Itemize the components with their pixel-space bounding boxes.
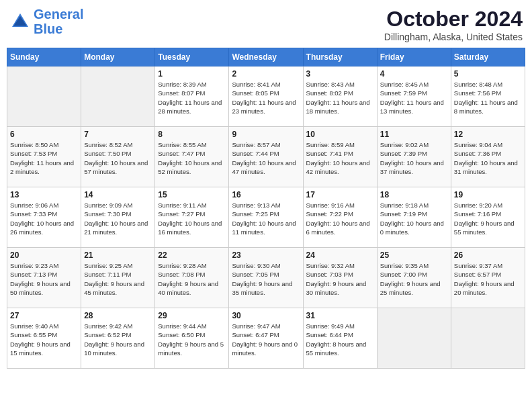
weekday-header-cell: Tuesday (155, 48, 229, 66)
day-number: 27 (10, 311, 78, 320)
day-info: Sunrise: 9:04 AMSunset: 7:36 PMDaylight:… (454, 140, 522, 176)
calendar-cell: 16Sunrise: 9:13 AMSunset: 7:25 PMDayligh… (229, 187, 303, 248)
calendar-cell: 3Sunrise: 8:43 AMSunset: 8:02 PMDaylight… (303, 66, 377, 127)
weekday-header-cell: Wednesday (229, 48, 303, 66)
day-number: 2 (232, 69, 300, 79)
day-info: Sunrise: 8:52 AMSunset: 7:50 PMDaylight:… (84, 140, 152, 176)
calendar-cell: 4Sunrise: 8:45 AMSunset: 7:59 PMDaylight… (377, 66, 451, 127)
day-info: Sunrise: 8:59 AMSunset: 7:41 PMDaylight:… (306, 140, 374, 176)
day-info: Sunrise: 9:30 AMSunset: 7:05 PMDaylight:… (232, 261, 300, 297)
page-header: General Blue October 2024 Dillingham, Al… (7, 7, 525, 42)
calendar-cell: 26Sunrise: 9:37 AMSunset: 6:57 PMDayligh… (451, 248, 525, 308)
calendar-cell: 31Sunrise: 9:49 AMSunset: 6:44 PMDayligh… (303, 308, 377, 369)
day-info: Sunrise: 9:13 AMSunset: 7:25 PMDaylight:… (232, 201, 300, 236)
calendar-cell: 12Sunrise: 9:04 AMSunset: 7:36 PMDayligh… (451, 127, 525, 187)
calendar-cell: 11Sunrise: 9:02 AMSunset: 7:39 PMDayligh… (377, 127, 451, 187)
day-number: 12 (454, 130, 522, 139)
month-title: October 2024 (384, 7, 523, 32)
day-number: 21 (84, 250, 152, 260)
calendar-cell: 6Sunrise: 8:50 AMSunset: 7:53 PMDaylight… (7, 127, 81, 187)
calendar-cell: 14Sunrise: 9:09 AMSunset: 7:30 PMDayligh… (81, 187, 155, 248)
calendar-cell: 17Sunrise: 9:16 AMSunset: 7:22 PMDayligh… (303, 187, 377, 248)
calendar-table: SundayMondayTuesdayWednesdayThursdayFrid… (7, 48, 525, 369)
day-number: 13 (10, 190, 78, 199)
day-number: 18 (380, 190, 448, 199)
day-number: 3 (306, 69, 374, 79)
calendar-cell (377, 308, 451, 369)
calendar-cell (451, 308, 525, 369)
day-info: Sunrise: 9:18 AMSunset: 7:19 PMDaylight:… (380, 201, 448, 236)
day-number: 22 (158, 250, 226, 260)
day-number: 5 (454, 69, 522, 79)
day-info: Sunrise: 9:32 AMSunset: 7:03 PMDaylight:… (306, 261, 374, 297)
logo-text: General Blue (34, 7, 83, 36)
weekday-header-cell: Monday (81, 48, 155, 66)
day-number: 4 (380, 69, 448, 79)
calendar-cell: 29Sunrise: 9:44 AMSunset: 6:50 PMDayligh… (155, 308, 229, 369)
day-number: 30 (232, 311, 300, 320)
day-info: Sunrise: 8:55 AMSunset: 7:47 PMDaylight:… (158, 140, 226, 176)
day-number: 1 (158, 69, 226, 79)
calendar-cell (81, 66, 155, 127)
day-info: Sunrise: 9:28 AMSunset: 7:08 PMDaylight:… (158, 261, 226, 297)
day-info: Sunrise: 8:48 AMSunset: 7:56 PMDaylight:… (454, 80, 522, 116)
calendar-body: 1Sunrise: 8:39 AMSunset: 8:07 PMDaylight… (7, 66, 525, 369)
day-number: 7 (84, 130, 152, 139)
weekday-header-cell: Saturday (451, 48, 525, 66)
day-number: 24 (306, 250, 374, 260)
day-number: 11 (380, 130, 448, 139)
calendar-cell: 7Sunrise: 8:52 AMSunset: 7:50 PMDaylight… (81, 127, 155, 187)
day-number: 25 (380, 250, 448, 260)
day-info: Sunrise: 9:44 AMSunset: 6:50 PMDaylight:… (158, 322, 226, 357)
calendar-cell (7, 66, 81, 127)
day-number: 9 (232, 130, 300, 139)
calendar-cell: 18Sunrise: 9:18 AMSunset: 7:19 PMDayligh… (377, 187, 451, 248)
day-number: 29 (158, 311, 226, 320)
day-info: Sunrise: 9:09 AMSunset: 7:30 PMDaylight:… (84, 201, 152, 236)
day-number: 28 (84, 311, 152, 320)
day-number: 17 (306, 190, 374, 199)
logo: General Blue (9, 7, 83, 36)
calendar-cell: 15Sunrise: 9:11 AMSunset: 7:27 PMDayligh… (155, 187, 229, 248)
location: Dillingham, Alaska, United States (384, 32, 523, 42)
day-info: Sunrise: 9:25 AMSunset: 7:11 PMDaylight:… (84, 261, 152, 297)
day-number: 14 (84, 190, 152, 199)
calendar-week-row: 6Sunrise: 8:50 AMSunset: 7:53 PMDaylight… (7, 127, 525, 187)
calendar-cell: 27Sunrise: 9:40 AMSunset: 6:55 PMDayligh… (7, 308, 81, 369)
day-number: 16 (232, 190, 300, 199)
day-info: Sunrise: 9:02 AMSunset: 7:39 PMDaylight:… (380, 140, 448, 176)
day-info: Sunrise: 9:35 AMSunset: 7:00 PMDaylight:… (380, 261, 448, 297)
day-info: Sunrise: 8:57 AMSunset: 7:44 PMDaylight:… (232, 140, 300, 176)
day-info: Sunrise: 9:40 AMSunset: 6:55 PMDaylight:… (10, 322, 78, 357)
day-info: Sunrise: 9:20 AMSunset: 7:16 PMDaylight:… (454, 201, 522, 236)
day-number: 26 (454, 250, 522, 260)
day-info: Sunrise: 9:37 AMSunset: 6:57 PMDaylight:… (454, 261, 522, 297)
day-info: Sunrise: 9:23 AMSunset: 7:13 PMDaylight:… (10, 261, 78, 297)
calendar-cell: 9Sunrise: 8:57 AMSunset: 7:44 PMDaylight… (229, 127, 303, 187)
day-number: 31 (306, 311, 374, 320)
day-number: 19 (454, 190, 522, 199)
calendar-week-row: 20Sunrise: 9:23 AMSunset: 7:13 PMDayligh… (7, 248, 525, 308)
calendar-cell: 23Sunrise: 9:30 AMSunset: 7:05 PMDayligh… (229, 248, 303, 308)
calendar-cell: 13Sunrise: 9:06 AMSunset: 7:33 PMDayligh… (7, 187, 81, 248)
weekday-header-cell: Thursday (303, 48, 377, 66)
day-info: Sunrise: 9:49 AMSunset: 6:44 PMDaylight:… (306, 322, 374, 357)
day-info: Sunrise: 8:45 AMSunset: 7:59 PMDaylight:… (380, 80, 448, 116)
calendar-cell: 8Sunrise: 8:55 AMSunset: 7:47 PMDaylight… (155, 127, 229, 187)
calendar-cell: 20Sunrise: 9:23 AMSunset: 7:13 PMDayligh… (7, 248, 81, 308)
calendar-cell: 19Sunrise: 9:20 AMSunset: 7:16 PMDayligh… (451, 187, 525, 248)
day-info: Sunrise: 9:42 AMSunset: 6:52 PMDaylight:… (84, 322, 152, 357)
calendar-cell: 30Sunrise: 9:47 AMSunset: 6:47 PMDayligh… (229, 308, 303, 369)
calendar-week-row: 27Sunrise: 9:40 AMSunset: 6:55 PMDayligh… (7, 308, 525, 369)
day-number: 10 (306, 130, 374, 139)
calendar-week-row: 13Sunrise: 9:06 AMSunset: 7:33 PMDayligh… (7, 187, 525, 248)
day-info: Sunrise: 9:11 AMSunset: 7:27 PMDaylight:… (158, 201, 226, 236)
title-area: October 2024 Dillingham, Alaska, United … (384, 7, 523, 42)
day-info: Sunrise: 8:39 AMSunset: 8:07 PMDaylight:… (158, 80, 226, 116)
calendar-cell: 5Sunrise: 8:48 AMSunset: 7:56 PMDaylight… (451, 66, 525, 127)
calendar-cell: 28Sunrise: 9:42 AMSunset: 6:52 PMDayligh… (81, 308, 155, 369)
logo-icon (9, 11, 31, 32)
calendar-cell: 2Sunrise: 8:41 AMSunset: 8:05 PMDaylight… (229, 66, 303, 127)
calendar-cell: 21Sunrise: 9:25 AMSunset: 7:11 PMDayligh… (81, 248, 155, 308)
day-number: 20 (10, 250, 78, 260)
